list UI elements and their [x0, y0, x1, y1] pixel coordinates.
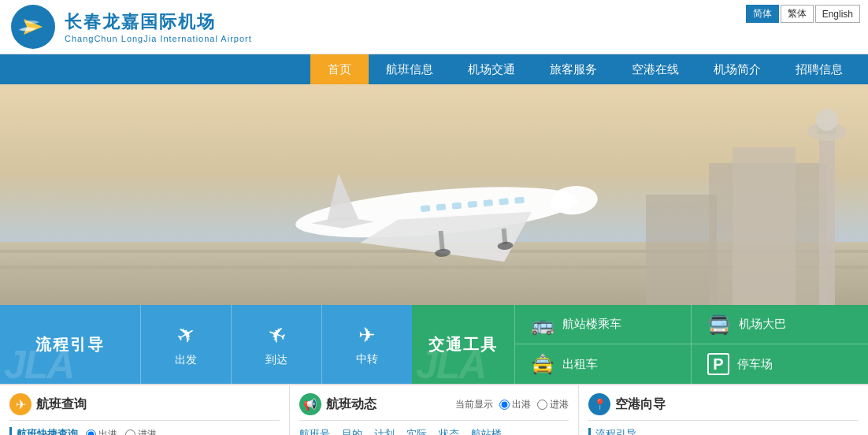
current-display-label: 当前显示	[455, 398, 493, 411]
transport-title: 交通工具 JLA	[412, 305, 514, 384]
svg-rect-20	[452, 203, 462, 210]
flight-dynamics-panel: 📢 航班动态 当前显示 出港 进港 航班号 目的 计划 实际 状态 航站楼	[290, 385, 580, 435]
arrive-radio[interactable]	[125, 429, 135, 436]
arrive-radio-text: 进港	[138, 428, 157, 436]
dynamics-depart-text: 出港	[512, 398, 531, 411]
airport-bus-icon: 🚍	[707, 314, 731, 336]
arrive-icon-item[interactable]: ✈ 到达	[231, 305, 321, 384]
depart-icon-item[interactable]: ✈ 出发	[140, 305, 231, 384]
svg-rect-19	[436, 203, 447, 210]
logo-subtitle: ChangChun LongJia International Airport	[65, 34, 252, 43]
transport-taxi[interactable]: 🚖 出租车	[515, 344, 692, 384]
col-status[interactable]: 状态	[439, 427, 459, 435]
flight-search-panel: ✈ 航班查询 航班快捷查询 出港 进港	[0, 385, 290, 435]
airport-guide-header: 📍 空港向导	[588, 393, 859, 421]
svg-rect-23	[499, 198, 509, 205]
flight-search-body: 航班快捷查询 出港 进港	[9, 427, 280, 435]
logo-text: 长春龙嘉国际机场 ChangChun LongJia International…	[65, 10, 252, 43]
flight-search-header: ✈ 航班查询	[9, 393, 280, 421]
flight-search-icon: ✈	[9, 393, 32, 415]
airport-guide-panel: 📍 空港向导 流程引导	[579, 385, 868, 435]
dynamics-depart-label[interactable]: 出港	[499, 398, 531, 411]
depart-radio[interactable]	[86, 429, 96, 436]
nav-airport-transport[interactable]: 机场交通	[451, 54, 532, 84]
transfer-label: 中转	[356, 352, 378, 366]
lang-traditional[interactable]: 繁体	[781, 5, 814, 23]
svg-rect-22	[483, 199, 493, 206]
transport-airport-bus[interactable]: 🚍 机场大巴	[692, 305, 868, 344]
svg-rect-7	[733, 147, 796, 305]
col-flight-no[interactable]: 航班号	[299, 427, 330, 435]
taxi-icon: 🚖	[531, 353, 555, 375]
logo-title: 长春龙嘉国际机场	[65, 10, 252, 34]
airport-guide-title: 空港向导	[615, 396, 666, 413]
nav-passenger-service[interactable]: 旅客服务	[532, 54, 614, 84]
flight-dynamics-header: 📢 航班动态 当前显示 出港 进港	[299, 393, 569, 421]
depart-radio-text: 出港	[98, 428, 117, 436]
airport-bus-label: 机场大巴	[739, 317, 786, 332]
taxi-label: 出租车	[562, 357, 598, 372]
process-guide[interactable]: 流程引导 JLA	[0, 305, 140, 384]
nav-home[interactable]: 首页	[310, 54, 369, 84]
dynamics-arrive-text: 进港	[550, 398, 569, 411]
nav-bar: 首页 航班信息 机场交通 旅客服务 空港在线 机场简介 招聘信息	[0, 54, 868, 84]
hero-svg	[0, 84, 868, 305]
dynamics-arrive-radio[interactable]	[537, 400, 547, 410]
airport-guide-link[interactable]: 流程引导	[588, 428, 636, 435]
service-row: 流程引导 JLA ✈ 出发 ✈ 到达 ✈ 中转 交通工具 JLA 🚌 航站楼乘车	[0, 305, 868, 384]
quick-search-label: 航班快捷查询	[9, 427, 78, 435]
lang-english[interactable]: English	[815, 5, 860, 23]
col-actual[interactable]: 实际	[406, 427, 427, 435]
col-terminal[interactable]: 航站楼	[471, 427, 502, 435]
transfer-icon: ✈	[358, 323, 376, 348]
process-guide-title: 流程引导	[35, 334, 105, 355]
airport-guide-body: 流程引导	[588, 427, 859, 435]
col-plan[interactable]: 计划	[374, 427, 395, 435]
parking-label: 停车场	[737, 357, 773, 372]
svg-point-12	[816, 109, 838, 131]
nav-flight-info[interactable]: 航班信息	[369, 54, 451, 84]
airport-guide-icon: 📍	[588, 393, 610, 415]
logo-area: 长春龙嘉国际机场 ChangChun LongJia International…	[8, 5, 252, 49]
flight-icons-group: ✈ 出发 ✈ 到达 ✈ 中转	[140, 305, 412, 384]
svg-rect-24	[514, 197, 525, 204]
flight-dynamics-table-header: 航班号 目的 计划 实际 状态 航站楼	[299, 427, 569, 435]
svg-rect-8	[646, 195, 717, 305]
svg-rect-9	[819, 132, 835, 305]
lang-switcher: 简体 繁体 English	[746, 5, 860, 23]
nav-airport-intro[interactable]: 机场简介	[696, 54, 778, 84]
depart-label: 出发	[175, 353, 197, 367]
terminal-bus-label: 航站楼乘车	[562, 317, 621, 332]
flight-dynamics-controls: 当前显示 出港 进港	[455, 398, 569, 411]
nav-recruitment[interactable]: 招聘信息	[778, 54, 860, 84]
transport-watermark: JLA	[416, 342, 485, 384]
header: 长春龙嘉国际机场 ChangChun LongJia International…	[0, 0, 868, 54]
flight-dynamics-title: 航班动态	[326, 396, 377, 413]
flight-search-title: 航班查询	[36, 396, 87, 413]
logo-icon	[8, 5, 58, 49]
parking-icon: P	[707, 353, 729, 375]
dynamics-depart-radio[interactable]	[499, 400, 510, 410]
transport-parking[interactable]: P 停车场	[692, 344, 868, 384]
transport-section: 交通工具 JLA 🚌 航站楼乘车 🚍 机场大巴 🚖 出租车 P 停车场	[412, 305, 868, 384]
terminal-bus-icon: 🚌	[531, 314, 555, 336]
arrive-icon: ✈	[264, 320, 290, 351]
depart-icon: ✈	[172, 319, 200, 351]
flight-dynamics-icon: 📢	[299, 393, 321, 415]
transport-terminal-bus[interactable]: 🚌 航站楼乘车	[515, 305, 692, 344]
nav-airport-online[interactable]: 空港在线	[614, 54, 696, 84]
depart-radio-label[interactable]: 出港	[86, 428, 117, 436]
lang-simplified[interactable]: 简体	[746, 5, 779, 23]
arrive-radio-label[interactable]: 进港	[125, 428, 157, 436]
svg-rect-18	[421, 205, 431, 212]
arrive-label: 到达	[265, 353, 287, 367]
dynamics-arrive-label[interactable]: 进港	[537, 398, 569, 411]
hero-banner	[0, 84, 868, 305]
svg-rect-21	[467, 201, 477, 208]
transfer-icon-item[interactable]: ✈ 中转	[321, 305, 412, 384]
bottom-section: ✈ 航班查询 航班快捷查询 出港 进港 📢 航班动态 当前显示	[0, 384, 868, 435]
col-destination[interactable]: 目的	[342, 427, 362, 435]
transport-grid: 🚌 航站楼乘车 🚍 机场大巴 🚖 出租车 P 停车场	[514, 305, 868, 384]
